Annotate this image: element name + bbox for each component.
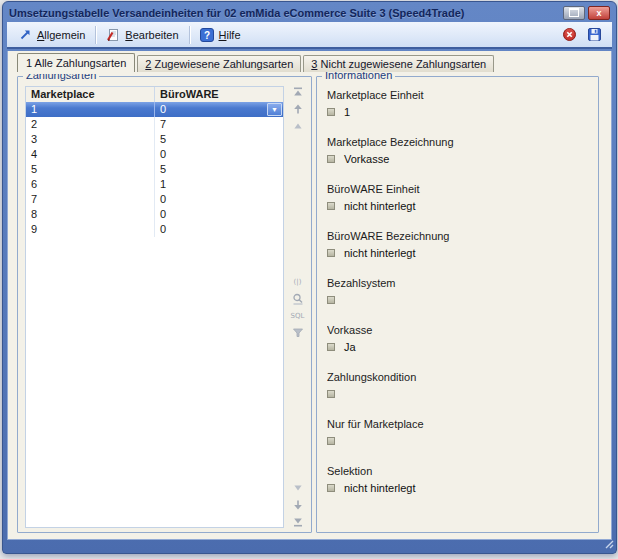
sql-icon[interactable]: SQL xyxy=(292,310,304,322)
table-row[interactable]: 8 0 xyxy=(26,207,283,222)
tab-2[interactable]: 2 Zugewiesene Zahlungsarten xyxy=(137,55,301,72)
info-item: Selektion nicht hinterlegt xyxy=(327,465,592,494)
table-side-toolbar: (|) SQL xyxy=(288,86,307,528)
value-bullet-icon xyxy=(327,155,335,163)
info-value: Ja xyxy=(344,341,356,353)
value-bullet-icon xyxy=(327,202,335,210)
value-bullet-icon xyxy=(327,296,335,304)
save-button[interactable] xyxy=(586,26,603,43)
info-item: Bezahlsystem xyxy=(327,277,592,306)
info-item: BüroWARE Einheit nicht hinterlegt xyxy=(327,183,592,212)
cell-bueroware: 1 xyxy=(155,177,283,192)
restore-icon xyxy=(569,8,579,17)
toolbar-button-hilfe[interactable]: ? Hilfe xyxy=(193,25,248,45)
cell-bueroware: 7 xyxy=(155,117,283,132)
info-value: Vorkasse xyxy=(344,153,389,165)
toolbar-button-bearbeiten[interactable]: Bearbeiten xyxy=(99,25,185,45)
chevron-down-icon: ▼ xyxy=(271,106,278,113)
table-row[interactable]: 2 7 xyxy=(26,117,283,132)
payments-group: Zahlungsarten Marketplace BüroWARE 1 0 ▼… xyxy=(17,76,312,533)
titlebar[interactable]: Umsetzungstabelle Versandeinheiten für 0… xyxy=(4,3,615,22)
info-label: BüroWARE Bezeichnung xyxy=(327,230,592,243)
payments-table[interactable]: Marketplace BüroWARE 1 0 ▼ 2 7 3 5 4 0 5… xyxy=(25,86,284,528)
filter-icon[interactable] xyxy=(292,327,304,339)
dialog-content: 1 Alle Zahlungsarten 2 Zugewiesene Zahlu… xyxy=(7,51,612,540)
info-label: BüroWARE Einheit xyxy=(327,183,592,196)
move-last-icon[interactable] xyxy=(292,516,304,528)
svg-text:?: ? xyxy=(203,29,209,40)
toolbar-separator xyxy=(95,26,96,44)
close-icon: x xyxy=(596,7,601,19)
close-window-button[interactable]: x xyxy=(588,6,610,20)
info-value: 1 xyxy=(344,106,350,118)
cell-marketplace: 9 xyxy=(26,222,155,237)
cancel-button[interactable] xyxy=(561,26,578,43)
cell-bueroware: 5 xyxy=(155,162,283,177)
cell-marketplace: 2 xyxy=(26,117,155,132)
info-list: Marketplace Einheit 1 Marketplace Bezeic… xyxy=(327,89,592,528)
info-label: Selektion xyxy=(327,465,592,478)
column-header-marketplace[interactable]: Marketplace xyxy=(26,87,155,102)
info-value: nicht hinterlegt xyxy=(344,247,416,259)
value-bullet-icon xyxy=(327,484,335,492)
cell-bueroware: 5 xyxy=(155,132,283,147)
table-header: Marketplace BüroWARE xyxy=(26,87,283,102)
table-row[interactable]: 3 5 xyxy=(26,132,283,147)
cell-bueroware: 0 xyxy=(155,207,283,222)
cell-bueroware: 0 xyxy=(155,192,283,207)
toolbar: Allgemein Bearbeiten ? Hilfe xyxy=(7,22,612,49)
move-up-icon[interactable] xyxy=(292,103,304,115)
info-label: Vorkasse xyxy=(327,324,592,337)
info-label: Marketplace Bezeichnung xyxy=(327,136,592,149)
table-row[interactable]: 1 0 ▼ xyxy=(26,102,283,117)
value-bullet-icon xyxy=(327,437,335,445)
edit-note-icon xyxy=(106,28,120,42)
cell-bueroware: 0 xyxy=(155,222,283,237)
tab-number: 1 xyxy=(26,57,32,69)
info-value: nicht hinterlegt xyxy=(344,200,416,212)
tab-label: Zugewiesene Zahlungsarten xyxy=(155,58,294,70)
fit-columns-icon[interactable]: (|) xyxy=(292,276,304,288)
tab-label: Alle Zahlungsarten xyxy=(35,57,127,69)
save-icon xyxy=(588,28,601,41)
value-bullet-icon xyxy=(327,343,335,351)
table-row[interactable]: 6 1 xyxy=(26,177,283,192)
value-bullet-icon xyxy=(327,249,335,257)
info-item: Marketplace Einheit 1 xyxy=(327,89,592,118)
scroll-down-icon[interactable] xyxy=(292,482,304,494)
tab-number: 3 xyxy=(311,58,317,70)
cancel-icon xyxy=(563,28,576,41)
cell-marketplace: 4 xyxy=(26,147,155,162)
info-item: Nur für Marketplace xyxy=(327,418,592,447)
tab-1[interactable]: 1 Alle Zahlungsarten xyxy=(17,53,135,72)
info-label: Bezahlsystem xyxy=(327,277,592,290)
toolbar-button-allgemein[interactable]: Allgemein xyxy=(12,25,92,44)
cell-bueroware: 0 xyxy=(155,102,283,117)
tab-number: 2 xyxy=(145,58,151,70)
info-item: Marketplace Bezeichnung Vorkasse xyxy=(327,136,592,165)
info-item: Zahlungskondition xyxy=(327,371,592,400)
move-down-icon[interactable] xyxy=(292,499,304,511)
tab-3[interactable]: 3 Nicht zugewiesene Zahlungsarten xyxy=(303,55,494,72)
scroll-up-icon[interactable] xyxy=(292,120,304,132)
move-first-icon[interactable] xyxy=(292,86,304,98)
resize-grip[interactable] xyxy=(603,538,614,551)
table-row[interactable]: 9 0 xyxy=(26,222,283,237)
table-row[interactable]: 7 0 xyxy=(26,192,283,207)
cell-marketplace: 6 xyxy=(26,177,155,192)
info-item: BüroWARE Bezeichnung nicht hinterlegt xyxy=(327,230,592,259)
cell-marketplace: 5 xyxy=(26,162,155,177)
table-row[interactable]: 4 0 xyxy=(26,147,283,162)
restore-window-button[interactable] xyxy=(563,6,585,20)
dropdown-button[interactable]: ▼ xyxy=(267,103,282,116)
arrow-up-right-icon xyxy=(19,28,32,41)
search-icon[interactable] xyxy=(292,293,304,305)
info-label: Zahlungskondition xyxy=(327,371,592,384)
value-bullet-icon xyxy=(327,390,335,398)
cell-marketplace: 8 xyxy=(26,207,155,222)
help-icon: ? xyxy=(200,28,214,42)
tab-strip: 1 Alle Zahlungsarten 2 Zugewiesene Zahlu… xyxy=(17,54,496,72)
column-header-bueroware[interactable]: BüroWARE xyxy=(155,87,283,102)
tab-label: Nicht zugewiesene Zahlungsarten xyxy=(321,58,487,70)
table-row[interactable]: 5 5 xyxy=(26,162,283,177)
